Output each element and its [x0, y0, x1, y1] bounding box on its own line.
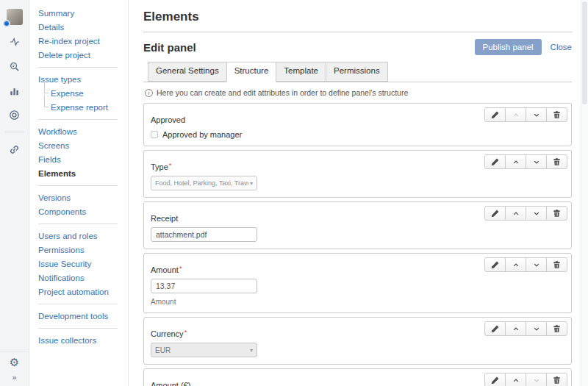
chevron-up-icon [512, 326, 520, 332]
delete-attribute-button[interactable] [546, 321, 567, 336]
attribute-panel: Type*Food, Hotel, Parking, Taxi, Travel,… [143, 150, 572, 198]
move-up-button[interactable] [505, 257, 526, 272]
sidebar-item-fields[interactable]: Fields [38, 155, 128, 164]
edit-attribute-button[interactable] [484, 206, 506, 221]
sidebar-item-users-and-roles[interactable]: Users and roles [38, 232, 128, 240]
sidebar-item-issue-types[interactable]: Issue types [38, 75, 128, 84]
info-text: Here you can create and edit attributes … [157, 88, 408, 97]
chevron-up-icon [512, 262, 520, 268]
sidebar-item-development-tools[interactable]: Development tools [38, 312, 128, 321]
trash-icon [553, 157, 561, 166]
info-icon: i [145, 89, 153, 97]
settings-ring-icon[interactable] [6, 107, 24, 123]
tab-general-settings[interactable]: General Settings [148, 62, 227, 82]
delete-attribute-button[interactable] [546, 373, 567, 386]
page-scrollbar-thumb[interactable] [582, 1, 587, 104]
move-down-button[interactable] [526, 107, 547, 122]
project-avatar[interactable] [7, 9, 23, 25]
edit-attribute-button[interactable] [484, 107, 506, 122]
attribute-panel: Amount*Amount [143, 253, 572, 313]
chevron-up-icon [512, 159, 520, 165]
sidebar-item-issue-collectors[interactable]: Issue collectors [38, 336, 128, 345]
attribute-actions [484, 257, 567, 272]
edit-attribute-button[interactable] [484, 257, 506, 272]
page-scrollbar[interactable] [581, 0, 588, 386]
sidebar-item-delete-project[interactable]: Delete project [38, 51, 128, 60]
text-field[interactable] [151, 279, 257, 293]
reports-icon[interactable] [6, 82, 24, 99]
close-link[interactable]: Close [551, 43, 572, 51]
activity-icon[interactable] [6, 34, 24, 50]
chevron-up-icon [512, 112, 520, 118]
sidebar-item-details[interactable]: Details [38, 23, 128, 32]
search-icon[interactable] [6, 58, 24, 74]
sidebar-item-permissions[interactable]: Permissions [38, 246, 128, 254]
edit-attribute-button[interactable] [484, 154, 506, 169]
attribute-panel: Amount (€)1▾23▾if(element.Currency == 'G… [143, 368, 572, 386]
trash-icon [553, 324, 561, 333]
delete-attribute-button[interactable] [546, 257, 567, 272]
chevron-down-icon: ▾ [250, 180, 253, 187]
sidebar-item-expense-report[interactable]: Expense report [43, 103, 128, 112]
move-down-button[interactable] [526, 154, 547, 169]
sidebar-divider [38, 304, 118, 304]
pencil-icon [491, 158, 499, 166]
attribute-panel: Receipt [143, 201, 572, 249]
link-icon[interactable] [6, 141, 24, 157]
move-down-button[interactable] [526, 206, 547, 221]
select-field[interactable]: Food, Hotel, Parking, Taxi, Travel,..▾ [151, 176, 257, 190]
pencil-icon [491, 376, 499, 385]
sidebar-item-screens[interactable]: Screens [38, 141, 128, 150]
sidebar-item-components[interactable]: Components [38, 207, 128, 216]
app-icon-rail: ⚙» [0, 0, 29, 386]
sidebar-item-project-automation[interactable]: Project automation [38, 287, 128, 296]
chevron-down-icon [533, 210, 540, 217]
text-field[interactable] [151, 227, 257, 242]
sidebar-item-workflows[interactable]: Workflows [38, 127, 128, 136]
title-divider [143, 32, 572, 32]
tab-template[interactable]: Template [276, 62, 326, 82]
sidebar-item-expense[interactable]: Expense [43, 89, 128, 98]
sidebar-item-notifications[interactable]: Notifications [38, 274, 128, 282]
delete-attribute-button[interactable] [546, 206, 567, 221]
move-up-button[interactable] [505, 206, 526, 221]
sidebar-item-re-index-project[interactable]: Re-index project [38, 37, 128, 46]
sidebar-item-elements[interactable]: Elements [38, 169, 128, 178]
project-sidebar: SummaryDetailsRe-index projectDelete pro… [29, 0, 129, 386]
sidebar-item-summary[interactable]: Summary [38, 9, 128, 18]
required-indicator: * [169, 162, 172, 169]
sidebar-item-versions[interactable]: Versions [38, 193, 128, 202]
required-indicator: * [184, 329, 187, 336]
move-up-button[interactable] [505, 154, 526, 169]
chevron-down-icon [533, 377, 540, 384]
move-up-button[interactable] [505, 321, 526, 336]
tab-permissions[interactable]: Permissions [326, 62, 388, 82]
chevron-up-icon [512, 210, 520, 217]
required-indicator: * [179, 265, 182, 272]
app-window: ⚙» SummaryDetailsRe-index projectDelete … [0, 0, 588, 386]
delete-attribute-button[interactable] [546, 107, 567, 122]
move-down-button[interactable] [526, 257, 547, 272]
checkbox[interactable] [151, 131, 158, 138]
move-down-button[interactable] [526, 321, 547, 336]
move-up-button[interactable] [505, 373, 526, 386]
edit-panel-title: Edit panel [143, 41, 475, 54]
attribute-panel: ApprovedApproved by manager [143, 103, 572, 146]
edit-panel-header: Edit panel Publish panel Close [143, 39, 572, 55]
info-row: i Here you can create and edit attribute… [145, 88, 572, 97]
delete-attribute-button[interactable] [546, 154, 567, 169]
expand-icon[interactable]: » [12, 373, 16, 382]
main-content: Elements Edit panel Publish panel Close … [129, 0, 588, 386]
publish-panel-button[interactable]: Publish panel [475, 39, 542, 55]
chevron-up-icon [512, 377, 520, 384]
rail-bottom: ⚙» [0, 351, 29, 386]
gear-icon[interactable]: ⚙ [10, 357, 19, 368]
select-field[interactable]: EUR▾ [151, 343, 257, 357]
tab-structure[interactable]: Structure [226, 62, 277, 82]
edit-attribute-button[interactable] [484, 321, 506, 336]
edit-attribute-button[interactable] [484, 373, 506, 386]
sidebar-divider [38, 119, 118, 120]
attribute-panel: Currency*EUR▾ [143, 317, 572, 365]
sidebar-item-issue-security[interactable]: Issue Security [38, 260, 128, 268]
attribute-actions [484, 206, 567, 221]
